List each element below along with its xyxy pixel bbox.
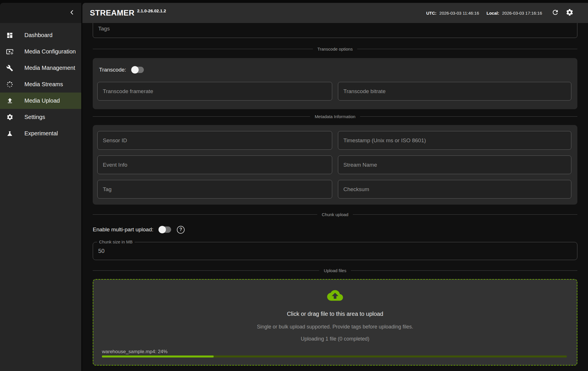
- sidebar: Dashboard Media Configuration Media Mana…: [0, 23, 81, 371]
- transcode-toggle-row: Transcode:: [99, 66, 144, 74]
- sidebar-item-settings[interactable]: Settings: [0, 109, 81, 125]
- timestamp-input[interactable]: [338, 131, 571, 150]
- header-right-cluster: UTC: 2026-03-03 11:46:16 Local: 2026-03-…: [426, 7, 588, 19]
- sidebar-item-media-upload[interactable]: Media Upload: [0, 93, 81, 109]
- utc-time: 2026-03-03 11:46:16: [439, 11, 479, 16]
- app-header: STREAMER 2.1.0-26.02.1.2 UTC: 2026-03-03…: [82, 3, 588, 23]
- event-info-input[interactable]: [97, 155, 332, 174]
- metadata-information-panel: [93, 125, 577, 205]
- file-upload-dropzone[interactable]: Click or drag file to this area to uploa…: [93, 279, 577, 366]
- sidebar-item-label: Settings: [24, 114, 45, 120]
- tags-input[interactable]: [93, 23, 577, 38]
- dashboard-icon: [6, 32, 13, 39]
- local-time: 2026-03-03 17:16:16: [502, 11, 542, 16]
- transcode-bitrate-input[interactable]: [338, 82, 571, 101]
- dropzone-main-text: Click or drag file to this area to uploa…: [93, 311, 577, 317]
- help-glyph: ?: [179, 227, 182, 232]
- streams-spinner-icon: [6, 81, 13, 88]
- transcode-toggle-label: Transcode:: [99, 67, 126, 73]
- sidebar-collapse-button[interactable]: [67, 8, 77, 18]
- sidebar-item-label: Media Upload: [24, 97, 60, 104]
- gear-icon: [566, 8, 574, 18]
- upload-files-divider: Upload files: [93, 267, 577, 274]
- sidebar-item-label: Media Streams: [24, 81, 63, 88]
- metadata-information-divider: Metadata Information: [93, 113, 577, 120]
- settings-button[interactable]: [564, 7, 575, 19]
- multipart-upload-toggle[interactable]: [159, 226, 171, 233]
- chunk-size-field: Chunk size in MB: [93, 242, 577, 260]
- divider-label: Metadata Information: [315, 114, 355, 119]
- upload-progress-fill: [102, 355, 214, 357]
- sidebar-item-media-configuration[interactable]: Media Configuration: [0, 43, 81, 60]
- dropzone-hint-text: Single or bulk upload supported. Provide…: [93, 324, 577, 330]
- utc-label: UTC:: [426, 11, 437, 16]
- local-label: Local:: [487, 11, 499, 16]
- divider-label: Upload files: [324, 268, 346, 273]
- sidebar-item-label: Media Configuration: [24, 48, 76, 55]
- sidebar-item-label: Media Management: [24, 65, 75, 71]
- media-upload-page: Transcode options Transcode: Metadata In…: [82, 23, 588, 371]
- sidebar-item-label: Experimental: [24, 130, 58, 137]
- upload-status-text: Uploading 1 file (0 completed): [93, 336, 577, 342]
- sidebar-item-experimental[interactable]: Experimental: [0, 125, 81, 142]
- transcode-options-panel: Transcode:: [93, 58, 577, 109]
- gear-icon: [6, 114, 13, 121]
- stream-name-input[interactable]: [338, 155, 571, 174]
- toggle-knob: [158, 226, 166, 233]
- app-window: STREAMER 2.1.0-26.02.1.2 UTC: 2026-03-03…: [0, 0, 588, 371]
- flask-icon: [6, 130, 13, 137]
- upload-progress-bar: [102, 355, 567, 357]
- refresh-icon: [552, 9, 559, 17]
- cloud-upload-icon: [93, 289, 577, 303]
- app-title: STREAMER: [90, 8, 135, 18]
- tag-input[interactable]: [97, 180, 332, 199]
- toggle-knob: [131, 66, 139, 74]
- chunk-upload-divider: Chunk upload: [93, 211, 577, 218]
- multipart-toggle-label: Enable multi-part upload:: [93, 226, 153, 233]
- transcode-options-divider: Transcode options: [93, 45, 577, 52]
- uploading-file-label: warehouse_sample.mp4: 24%: [102, 349, 168, 355]
- sidebar-item-dashboard[interactable]: Dashboard: [0, 27, 81, 43]
- app-version: 2.1.0-26.02.1.2: [137, 9, 166, 13]
- checksum-input[interactable]: [338, 180, 571, 199]
- sidebar-header: [0, 3, 81, 23]
- upload-icon: [6, 97, 13, 105]
- app-title-group: STREAMER 2.1.0-26.02.1.2: [90, 8, 166, 18]
- chunk-size-input[interactable]: [93, 242, 577, 260]
- sidebar-item-media-streams[interactable]: Media Streams: [0, 76, 81, 93]
- divider-label: Chunk upload: [322, 212, 349, 217]
- media-configuration-icon: [6, 48, 13, 55]
- multipart-toggle-row: Enable multi-part upload: ?: [93, 224, 185, 235]
- sidebar-item-media-management[interactable]: Media Management: [0, 60, 81, 76]
- sidebar-item-label: Dashboard: [24, 32, 53, 39]
- transcode-framerate-input[interactable]: [97, 82, 332, 101]
- transcode-toggle[interactable]: [132, 67, 144, 73]
- sensor-id-input[interactable]: [97, 131, 332, 150]
- refresh-button[interactable]: [550, 7, 561, 19]
- divider-label: Transcode options: [318, 47, 353, 51]
- help-icon[interactable]: ?: [177, 226, 185, 234]
- chevron-left-icon: [69, 9, 75, 17]
- wrench-icon: [6, 64, 13, 72]
